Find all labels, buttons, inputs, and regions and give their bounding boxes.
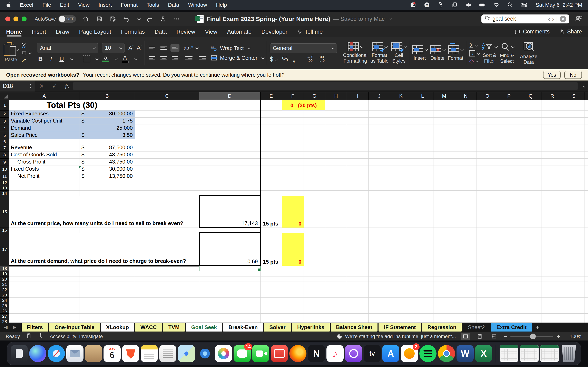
cell-I11[interactable] xyxy=(347,173,369,180)
cell-G17[interactable] xyxy=(303,233,325,266)
insert-function-icon[interactable]: fx xyxy=(65,83,69,89)
ribbon-tab-page-layout[interactable]: Page Layout xyxy=(79,26,111,37)
cell-F23[interactable] xyxy=(282,292,303,298)
cell-O23[interactable] xyxy=(476,292,498,298)
cell-H13[interactable] xyxy=(325,185,347,191)
cell-C27[interactable] xyxy=(135,314,199,319)
cell-L1[interactable] xyxy=(412,100,433,110)
cell-A23[interactable] xyxy=(9,292,79,298)
cell-D23[interactable] xyxy=(199,292,260,298)
cell-F25[interactable] xyxy=(282,303,303,308)
row-header-3[interactable]: 3 xyxy=(0,118,9,125)
underline-dropdown-icon[interactable] xyxy=(70,57,73,60)
row-header-7[interactable]: 7 xyxy=(0,144,9,151)
cell-H20[interactable] xyxy=(325,276,347,282)
cell-K13[interactable] xyxy=(390,185,412,191)
cell-N8[interactable] xyxy=(455,151,476,159)
cell-E13[interactable] xyxy=(260,185,282,191)
cell-B7[interactable]: $87,500.00 xyxy=(79,144,135,151)
accessibility-icon[interactable] xyxy=(38,333,43,340)
cell-Q11[interactable] xyxy=(520,173,541,180)
cell-A22[interactable] xyxy=(9,287,79,292)
cell-I12[interactable] xyxy=(347,180,369,185)
cell-J5[interactable] xyxy=(369,132,390,139)
cell-M3[interactable] xyxy=(433,118,455,125)
cell-K18[interactable] xyxy=(390,266,412,271)
cell-E2[interactable] xyxy=(260,110,282,118)
select-all-corner[interactable] xyxy=(0,92,9,100)
cell-G18[interactable] xyxy=(303,266,325,271)
decrease-indent-button[interactable] xyxy=(183,54,194,62)
cell-I1[interactable] xyxy=(347,100,369,110)
cell-R26[interactable] xyxy=(541,308,563,314)
cell-D14[interactable] xyxy=(199,191,260,196)
cell-O25[interactable] xyxy=(476,303,498,308)
cell-K24[interactable] xyxy=(390,298,412,303)
cell-F8[interactable] xyxy=(282,151,303,159)
cell-H3[interactable] xyxy=(325,118,347,125)
ribbon-tab-formulas[interactable]: Formulas xyxy=(121,26,145,37)
borders-dropdown-icon[interactable] xyxy=(95,57,99,60)
cell-C21[interactable] xyxy=(135,282,199,287)
autosum-button[interactable]: Σ xyxy=(469,41,479,49)
cell-N15[interactable] xyxy=(455,196,476,228)
cell-C22[interactable] xyxy=(135,287,199,292)
cell-M14[interactable] xyxy=(433,191,455,196)
cell-J10[interactable] xyxy=(369,166,390,173)
cell-S27[interactable] xyxy=(563,314,585,319)
cell-L17[interactable] xyxy=(412,233,433,266)
name-box[interactable]: D18 ▲▼ xyxy=(0,81,35,92)
cell-Q28[interactable] xyxy=(520,319,541,323)
col-header-J[interactable]: J xyxy=(369,92,390,100)
cell-Q22[interactable] xyxy=(520,287,541,292)
cell-D9[interactable] xyxy=(199,159,260,166)
col-header-L[interactable]: L xyxy=(412,92,433,100)
cell-B28[interactable] xyxy=(79,319,135,323)
cell-G28[interactable] xyxy=(303,319,325,323)
cell-L21[interactable] xyxy=(412,282,433,287)
cell-E8[interactable] xyxy=(260,151,282,159)
cell-P7[interactable] xyxy=(498,144,520,151)
cell-A24[interactable] xyxy=(9,298,79,303)
cell-O18[interactable] xyxy=(476,266,498,271)
cell-R6[interactable] xyxy=(541,139,563,144)
ribbon-tab-automate[interactable]: Automate xyxy=(227,26,251,37)
dock-messages-icon[interactable]: 14 xyxy=(233,345,251,362)
yes-button[interactable]: Yes xyxy=(543,71,561,79)
cell-H17[interactable] xyxy=(325,233,347,266)
cell-R24[interactable] xyxy=(541,298,563,303)
zoom-out-icon[interactable]: − xyxy=(504,333,507,340)
cell-Q17[interactable] xyxy=(520,233,541,266)
borders-button[interactable] xyxy=(83,55,90,62)
cell-G19[interactable] xyxy=(303,271,325,276)
format-as-table-button[interactable]: Formatas Table xyxy=(370,42,389,64)
save-status[interactable]: — Saved to my Mac xyxy=(333,16,385,22)
cell-F19[interactable] xyxy=(282,271,303,276)
cell-E25[interactable] xyxy=(260,303,282,308)
row-header-21[interactable]: 21 xyxy=(0,282,9,287)
zoom-in-icon[interactable]: + xyxy=(557,333,560,340)
zoom-window-button[interactable] xyxy=(22,17,26,21)
cell-H12[interactable] xyxy=(325,180,347,185)
cell-P18[interactable] xyxy=(498,266,520,271)
sheet-tab-hyperlinks[interactable]: Hyperlinks xyxy=(292,323,330,332)
cell-P21[interactable] xyxy=(498,282,520,287)
grammarly-icon[interactable] xyxy=(410,1,416,8)
cell-P25[interactable] xyxy=(498,303,520,308)
cell-R9[interactable] xyxy=(541,159,563,166)
sheet-tab-if-statement[interactable]: IF Statement xyxy=(379,323,421,332)
dock-siri-icon[interactable] xyxy=(29,345,46,362)
cell-F26[interactable] xyxy=(282,308,303,314)
cell-J21[interactable] xyxy=(369,282,390,287)
dock-duo-icon[interactable]: 2 xyxy=(401,345,418,362)
cell-L8[interactable] xyxy=(412,151,433,159)
sheet-tab-goal-seek[interactable]: Goal Seek xyxy=(186,323,222,332)
cell-F11[interactable] xyxy=(282,173,303,180)
col-header-D[interactable]: D xyxy=(199,92,260,100)
search-clear-icon[interactable]: ✕ xyxy=(560,16,566,22)
cell-J22[interactable] xyxy=(369,287,390,292)
cell-A19[interactable] xyxy=(9,271,79,276)
cell-O4[interactable] xyxy=(476,125,498,132)
cell-A9[interactable]: Gross Profit xyxy=(9,159,79,166)
cell-P9[interactable] xyxy=(498,159,520,166)
